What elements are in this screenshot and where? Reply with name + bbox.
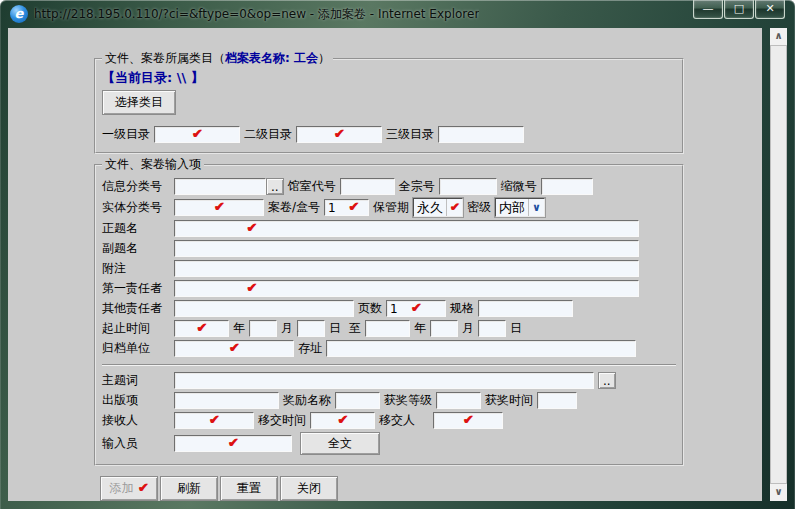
chevron-down-icon: ∨ [532,201,541,214]
category-legend-prefix: 文件、案卷所属类目（ [105,51,225,65]
window-title: http://218.195.0.110/?ci=&ftype=0&op=new… [34,6,479,23]
box-no-input[interactable] [324,199,369,216]
level1-input[interactable] [154,126,240,143]
action-buttons: 添加✔ 刷新 重置 关闭 [100,476,762,501]
hall-code-input[interactable] [340,178,395,195]
scroll-down-button[interactable]: ∨ [770,484,787,501]
keywords-label: 主题词 [102,372,174,389]
subtitle-input[interactable] [174,240,639,257]
date-range-label: 起止时间 [102,320,174,337]
end-year-input[interactable] [365,320,410,337]
scroll-up-button[interactable]: ∧ [770,28,787,45]
internet-explorer-icon: e [10,5,28,23]
publication-label: 出版项 [102,392,174,409]
inputer-input[interactable] [174,435,292,452]
title-row: 正题名 ✔ [102,220,676,237]
end-day-input[interactable] [478,320,506,337]
start-month-input[interactable] [249,320,277,337]
other-responsible-row: 其他责任者 页数 ✔ 规格 [102,300,676,317]
transferer-label: 移交人 [379,412,415,429]
transfer-time-label: 移交时间 [258,412,306,429]
maximize-button[interactable]: □ [724,0,754,19]
secrecy-select[interactable]: 内部 ∨ [495,198,545,217]
vertical-scrollbar[interactable]: ∧ ∨ [770,28,787,501]
award-time-label: 获奖时间 [485,392,533,409]
receiver-input[interactable] [174,412,254,429]
award-name-input[interactable] [335,392,380,409]
required-check-icon: ✔ [450,200,460,214]
title-input[interactable] [174,220,639,237]
choose-category-button[interactable]: 选择类目 [102,90,176,115]
retention-select[interactable]: 永久 ✔ [413,198,463,217]
other-resp-input[interactable] [174,300,354,317]
add-button[interactable]: 添加✔ [100,476,158,501]
category-fieldset: 文件、案卷所属类目（档案表名称: 工会） 【当前目录: \\ 】 选择类目 一级… [94,50,684,154]
end-month-label: 月 [462,320,474,337]
archive-unit-row: 归档单位 ✔ 存址 [102,340,676,357]
end-day-label: 日 [510,320,522,337]
archive-unit-label: 归档单位 [102,340,174,357]
box-no-label: 案卷/盒号 [268,199,320,216]
end-month-input[interactable] [430,320,458,337]
note-label: 附注 [102,260,174,277]
receiver-row: 接收人 ✔ 移交时间 ✔ 移交人 ✔ [102,412,676,429]
refresh-button[interactable]: 刷新 [160,476,218,501]
date-range-row: 起止时间 ✔ 年 月 日 至 年 月 日 [102,320,676,337]
transferer-input[interactable] [433,412,503,429]
keywords-input[interactable] [174,372,594,389]
level2-input[interactable] [296,126,382,143]
award-grade-input[interactable] [436,392,481,409]
date-to-label: 至 [349,320,361,337]
entity-row: 实体分类号 ✔ 案卷/盒号 ✔ 保管期 永久 ✔ 密级 内部 ∨ [102,198,676,217]
scrollbar-thumb[interactable] [770,45,787,484]
browser-window: e http://218.195.0.110/?ci=&ftype=0&op=n… [0,0,795,509]
window-controls: — □ ✕ [692,0,785,19]
close-button[interactable]: ✕ [755,0,785,19]
first-resp-label: 第一责任者 [102,280,174,297]
category-legend: 文件、案卷所属类目（档案表名称: 工会） [102,50,333,67]
required-check-icon: ✔ [138,480,149,495]
microfilm-input[interactable] [541,178,593,195]
publication-row: 出版项 奖励名称 获奖等级 获奖时间 [102,392,676,409]
info-class-label: 信息分类号 [102,178,174,195]
fonds-no-input[interactable] [439,178,497,195]
category-legend-suffix: ） [318,51,330,65]
archive-unit-input[interactable] [174,340,294,357]
pages-input[interactable] [386,300,446,317]
level3-input[interactable] [438,126,524,143]
level2-label: 二级目录 [244,126,292,143]
start-day-input[interactable] [297,320,325,337]
publication-input[interactable] [174,392,279,409]
level3-label: 三级目录 [386,126,434,143]
reset-button[interactable]: 重置 [220,476,278,501]
retention-label: 保管期 [373,199,409,216]
award-time-input[interactable] [537,392,577,409]
address-input[interactable] [326,340,636,357]
receiver-label: 接收人 [102,412,174,429]
transfer-time-input[interactable] [310,412,375,429]
info-class-input[interactable] [174,178,266,195]
entry-legend: 文件、案卷输入项 [102,156,204,173]
inputer-label: 输入员 [102,435,174,452]
first-resp-input[interactable] [174,280,639,297]
info-class-lookup-button[interactable]: .. [266,178,284,195]
award-grade-label: 获奖等级 [384,392,432,409]
other-resp-label: 其他责任者 [102,300,174,317]
award-name-label: 奖励名称 [283,392,331,409]
note-input[interactable] [174,260,639,277]
keywords-lookup-button[interactable]: .. [598,372,616,389]
fulltext-button[interactable]: 全文 [300,432,380,455]
start-month-label: 月 [281,320,293,337]
spec-input[interactable] [478,300,573,317]
entity-class-input[interactable] [174,199,264,216]
first-responsible-row: 第一责任者 ✔ [102,280,676,297]
close-page-button[interactable]: 关闭 [280,476,338,501]
start-year-input[interactable] [174,320,229,337]
page-content: 文件、案卷所属类目（档案表名称: 工会） 【当前目录: \\ 】 选择类目 一级… [8,28,762,501]
minimize-button[interactable]: — [693,0,723,19]
title-bar[interactable]: e http://218.195.0.110/?ci=&ftype=0&op=n… [0,0,795,28]
current-directory-label: 【当前目录: \\ 】 [102,69,676,87]
subtitle-row: 副题名 [102,240,676,257]
title-label: 正题名 [102,220,174,237]
retention-value: 永久 [417,199,446,217]
